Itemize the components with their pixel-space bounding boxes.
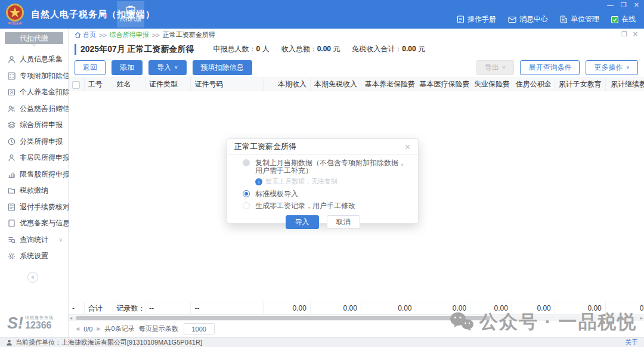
table-header-wrap: 工号 姓名 证件类型 证件号码 本期收入 本期免税收入 基本养老保险费 基本医疗… bbox=[69, 78, 644, 91]
column-header[interactable]: 本期收入 bbox=[264, 78, 310, 91]
prev-page-icon[interactable]: ◀ bbox=[76, 326, 79, 331]
content-tab-controls: ❐ ✕ bbox=[621, 30, 638, 38]
select-all-checkbox[interactable] bbox=[72, 81, 80, 89]
sidebar-item-comprehensive-income[interactable]: 综合所得申报 bbox=[0, 117, 68, 134]
sidebar-item-query-statistics[interactable]: 查询统计 ∨ bbox=[0, 232, 68, 249]
dialog-close-icon[interactable]: ✕ bbox=[404, 142, 411, 151]
stat-taxfree-income: 免税收入合计：0.00 元 bbox=[352, 44, 425, 54]
sidebar-item-label: 退付手续费核对 bbox=[20, 202, 70, 212]
column-header[interactable]: 证件号码 bbox=[191, 78, 264, 91]
salary-import-dialog: 正常工资薪金所得 ✕ 复制上月当期数据（不包含专项附加扣除数据，用户需手工补充）… bbox=[227, 138, 419, 224]
info-icon: i bbox=[255, 178, 262, 185]
sidebar-collapse-button[interactable]: « bbox=[27, 272, 38, 283]
sidebar-item-special-deduction[interactable]: 专项附加扣除信息采集 bbox=[0, 68, 68, 85]
breadcrumb-level1[interactable]: 综合所得申报 bbox=[110, 30, 149, 39]
people-icon bbox=[8, 105, 16, 113]
column-header[interactable]: 证件类型 bbox=[145, 78, 191, 91]
restore-icon[interactable]: ❐ bbox=[621, 1, 627, 9]
per-page-label: 每页显示条数 bbox=[139, 324, 178, 333]
person-icon bbox=[8, 55, 16, 63]
person-outline-icon bbox=[8, 154, 16, 162]
scroll-right-icon[interactable]: ▸ bbox=[640, 315, 643, 321]
menu-item-manual[interactable]: 操作手册 bbox=[457, 14, 496, 24]
sidebar-item-preferential-filing[interactable]: 优惠备案与信息报送 ∨ bbox=[0, 215, 68, 232]
about-link[interactable]: 关于 bbox=[625, 338, 638, 347]
radio-selected bbox=[243, 190, 250, 197]
menu-item-org-management[interactable]: 单位管理 bbox=[560, 14, 599, 24]
sidebar-item-restricted-stock[interactable]: 限售股所得申报 bbox=[0, 166, 68, 183]
tax-bureau-logo: 中国税务 bbox=[4, 3, 26, 26]
home-icon bbox=[75, 32, 81, 38]
column-header[interactable]: 基本医疗保险费 bbox=[416, 78, 470, 91]
sidebar-item-system-settings[interactable]: 系统设置 bbox=[0, 248, 68, 265]
more-actions-button[interactable]: 更多操作∨ bbox=[586, 60, 638, 75]
scrollbar-thumb[interactable] bbox=[76, 316, 490, 320]
dialog-import-button[interactable]: 导入 bbox=[286, 215, 319, 229]
manual-icon bbox=[457, 16, 465, 23]
content-maximize-icon[interactable]: ❐ bbox=[621, 30, 627, 38]
breadcrumb-current: 正常工资薪金所得 bbox=[163, 30, 215, 39]
prefill-deduction-button[interactable]: 预填扣除信息 bbox=[193, 60, 252, 75]
breadcrumb-home[interactable]: 首页 bbox=[75, 30, 96, 39]
doc-check-icon bbox=[8, 203, 16, 211]
option-copy-last-month[interactable]: 复制上月当期数据（不包含专项附加扣除数据，用户需手工补充） bbox=[227, 155, 418, 175]
column-header[interactable]: 累计继续教育 bbox=[605, 78, 644, 91]
column-header[interactable]: 本期免税收入 bbox=[310, 78, 361, 91]
layers-icon bbox=[8, 121, 16, 129]
sidebar-item-label: 综合所得申报 bbox=[20, 120, 63, 130]
breadcrumb-separator: >> bbox=[152, 32, 160, 39]
next-page-icon[interactable]: ▶ bbox=[97, 326, 100, 331]
message-icon bbox=[508, 16, 516, 23]
scroll-left-icon[interactable]: ◂ bbox=[70, 315, 72, 321]
menu-item-messages[interactable]: 消息中心 bbox=[508, 14, 548, 24]
sidebar-header: 代扣代缴 bbox=[5, 32, 63, 44]
import-button[interactable]: 导入∨ bbox=[148, 60, 187, 75]
per-page-input[interactable] bbox=[184, 323, 215, 334]
tab-daikoudaijiao[interactable]: 代扣代缴 bbox=[117, 1, 144, 27]
option-zero-salary[interactable]: 生成零工资记录，用户手工修改 bbox=[227, 198, 418, 210]
column-header[interactable]: 基本养老保险费 bbox=[361, 78, 416, 91]
add-button[interactable]: 添加 bbox=[112, 60, 143, 75]
record-total: 共0条记录 bbox=[105, 324, 135, 333]
minimize-icon[interactable]: — bbox=[607, 1, 614, 9]
back-button[interactable]: 返回 bbox=[75, 60, 106, 75]
option-standard-template[interactable]: 标准模板导入 bbox=[227, 186, 418, 198]
sidebar-item-charity-donation[interactable]: 公益慈善捐赠信息采集 bbox=[0, 101, 68, 117]
option-label: 标准模板导入 bbox=[255, 190, 298, 198]
expand-query-button[interactable]: 展开查询条件 bbox=[520, 60, 580, 75]
form-icon bbox=[8, 72, 16, 80]
sidebar-item-label: 人员信息采集 bbox=[20, 54, 63, 64]
column-header[interactable]: 累计子女教育 bbox=[555, 78, 605, 91]
status-bar: 当前操作单位：上海捷欧海运有限公司[91310109MA1G5P041R] 关于 bbox=[0, 337, 644, 347]
export-button[interactable]: 导出∨ bbox=[476, 60, 515, 75]
user-icon bbox=[6, 339, 13, 346]
sidebar-item-personnel-info[interactable]: 人员信息采集 bbox=[0, 51, 68, 68]
summary-record-count: 记录数：0 bbox=[113, 302, 145, 315]
column-header[interactable]: 工号 bbox=[84, 78, 113, 91]
folder-icon bbox=[8, 187, 16, 194]
page-header: 2025年07月 正常工资薪金所得 申报总人数：0 人 收入总额：0.00 元 … bbox=[69, 41, 644, 57]
menu-item-online-status[interactable]: 在线 bbox=[611, 14, 636, 24]
logo-caption: 中国税务 bbox=[8, 21, 22, 26]
dialog-footer: 导入 取消 bbox=[227, 215, 418, 229]
note-text: 暂无上月数据，无法复制 bbox=[265, 177, 338, 186]
content-close-icon[interactable]: ✕ bbox=[633, 30, 638, 38]
dialog-cancel-button[interactable]: 取消 bbox=[327, 215, 360, 229]
tab-daikoudaijiao-label: 代扣代缴 bbox=[120, 16, 141, 23]
chevron-down-icon: ∨ bbox=[58, 237, 63, 243]
wallet-icon bbox=[126, 5, 135, 14]
column-header[interactable]: 失业保险费 bbox=[470, 78, 512, 91]
column-header[interactable]: 住房公积金 bbox=[512, 78, 555, 91]
sidebar-item-nonresident-income[interactable]: 非居民所得申报 bbox=[0, 150, 68, 166]
radio-disabled bbox=[243, 159, 250, 166]
chart-icon bbox=[8, 171, 16, 178]
column-header[interactable]: 姓名 bbox=[113, 78, 145, 91]
close-icon[interactable]: ✕ bbox=[634, 1, 639, 9]
sidebar-item-pension-deduction[interactable]: 个人养老金扣除管理 bbox=[0, 84, 68, 101]
summary-value: 0.00 bbox=[361, 302, 416, 315]
sidebar-item-refund-fee-check[interactable]: 退付手续费核对 bbox=[0, 199, 68, 216]
sidebar-item-label: 分类所得申报 bbox=[20, 137, 63, 147]
sidebar-item-classified-income[interactable]: 分类所得申报 bbox=[0, 134, 68, 150]
sidebar-item-tax-payment[interactable]: 税款缴纳 bbox=[0, 182, 68, 199]
breadcrumb-separator: >> bbox=[99, 32, 107, 39]
